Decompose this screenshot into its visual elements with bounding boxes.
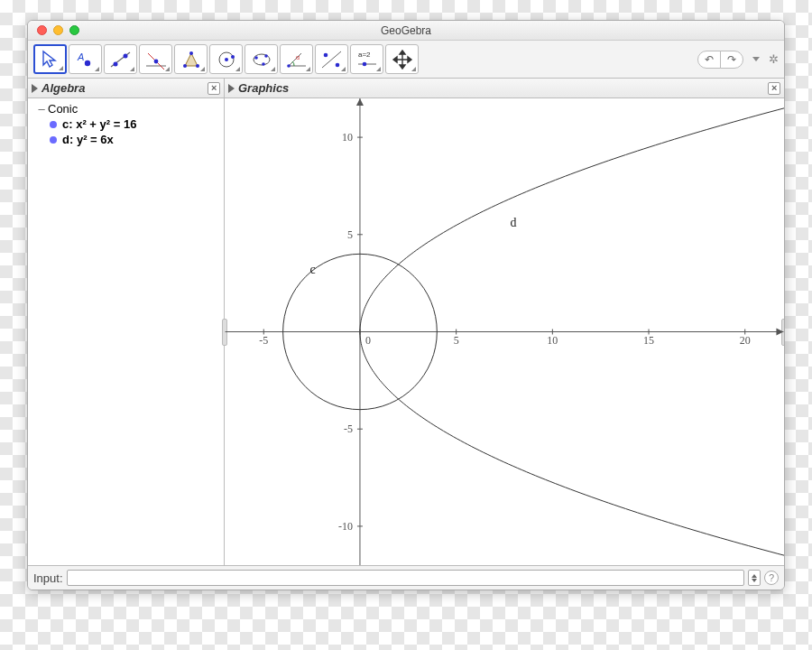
svg-point-3 [113, 61, 117, 66]
algebra-title: Algebra [42, 81, 85, 95]
svg-marker-31 [400, 51, 405, 54]
svg-point-7 [153, 59, 158, 63]
svg-text:5: 5 [347, 228, 353, 241]
svg-text:A: A [77, 51, 84, 62]
toolbar: A α a=2 [28, 41, 784, 79]
svg-point-28 [362, 61, 366, 66]
item-c-text: c: x² + y² = 16 [62, 117, 136, 131]
svg-text:-5: -5 [259, 334, 268, 347]
tool-angle[interactable]: α [280, 44, 313, 74]
input-label: Input: [33, 571, 63, 585]
svg-marker-32 [400, 65, 405, 69]
tool-group: A α a=2 [33, 44, 419, 74]
graphics-panel: Graphics × -505101520-10-5510cd [225, 79, 784, 565]
svg-text:0: 0 [365, 334, 371, 347]
chevron-right-icon [32, 84, 38, 93]
graphics-canvas[interactable]: -505101520-10-5510cd [225, 98, 784, 565]
tool-slider[interactable]: a=2 [350, 44, 383, 74]
gear-icon[interactable]: ✲ [769, 52, 779, 66]
app-window: GeoGebra A α [27, 20, 785, 590]
chevron-right-icon [228, 84, 235, 93]
help-icon[interactable]: ? [764, 571, 779, 585]
svg-text:15: 15 [643, 334, 654, 347]
tree-item-c[interactable]: c: x² + y² = 16 [50, 117, 218, 131]
item-d-text: d: y² = 6x [62, 133, 114, 146]
close-panel-icon[interactable]: × [208, 82, 220, 95]
svg-point-10 [196, 64, 199, 68]
svg-text:-5: -5 [344, 422, 353, 435]
svg-text:5: 5 [454, 334, 459, 347]
svg-point-17 [264, 54, 268, 58]
tool-move[interactable] [33, 44, 67, 74]
tool-perpendicular[interactable] [139, 44, 172, 74]
svg-point-13 [225, 58, 228, 61]
tool-reflect[interactable] [315, 44, 348, 74]
group-label: Conic [48, 102, 78, 116]
tool-conic[interactable] [245, 44, 278, 74]
svg-marker-38 [356, 98, 364, 106]
algebra-header[interactable]: Algebra × [28, 79, 224, 98]
titlebar[interactable]: GeoGebra [28, 21, 784, 41]
collapse-icon[interactable]: – [37, 102, 46, 116]
toolbar-right: ↶ ↷ ✲ [697, 51, 779, 69]
svg-text:10: 10 [342, 131, 353, 144]
svg-point-9 [183, 64, 187, 68]
menu-dropdown-icon[interactable] [752, 57, 760, 61]
input-bar: Input: ? [28, 566, 784, 590]
svg-point-22 [287, 64, 291, 68]
svg-point-4 [123, 53, 127, 58]
svg-text:10: 10 [547, 334, 558, 347]
svg-point-14 [231, 55, 235, 59]
window-title: GeoGebra [28, 24, 784, 37]
tool-line[interactable] [104, 44, 137, 74]
svg-point-1 [84, 60, 89, 65]
tool-polygon[interactable] [174, 44, 208, 74]
svg-text:-10: -10 [338, 520, 353, 533]
graphics-header[interactable]: Graphics × [225, 79, 784, 98]
svg-marker-34 [408, 57, 411, 62]
tree-item-d[interactable]: d: y² = 6x [50, 133, 218, 146]
svg-point-18 [262, 62, 265, 66]
svg-text:d: d [510, 216, 516, 229]
svg-text:20: 20 [740, 334, 751, 347]
tool-point[interactable]: A [69, 44, 102, 74]
graphics-title: Graphics [238, 81, 289, 95]
visibility-dot-icon[interactable] [50, 121, 57, 128]
svg-marker-8 [185, 53, 198, 66]
tree-group-conic[interactable]: –Conic [37, 102, 218, 116]
svg-text:c: c [309, 263, 315, 276]
svg-point-24 [323, 52, 328, 57]
svg-text:α: α [296, 54, 300, 60]
svg-marker-33 [393, 57, 397, 62]
tool-circle[interactable] [209, 44, 243, 74]
svg-point-16 [254, 56, 258, 60]
undo-button[interactable]: ↶ [697, 51, 721, 69]
tool-move-graphics[interactable] [385, 44, 419, 74]
content: Algebra × –Conic c: x² + y² = 16 d: y² =… [28, 79, 784, 566]
svg-text:a=2: a=2 [358, 51, 371, 59]
redo-button[interactable]: ↷ [720, 51, 743, 69]
input-field[interactable] [67, 570, 744, 586]
algebra-panel: Algebra × –Conic c: x² + y² = 16 d: y² =… [28, 79, 225, 565]
algebra-tree: –Conic c: x² + y² = 16 d: y² = 6x [28, 98, 224, 150]
visibility-dot-icon[interactable] [50, 136, 57, 144]
svg-marker-37 [776, 329, 783, 336]
close-panel-icon[interactable]: × [768, 82, 780, 95]
svg-point-25 [335, 62, 339, 67]
input-stepper[interactable] [748, 570, 761, 586]
svg-point-11 [189, 51, 193, 55]
